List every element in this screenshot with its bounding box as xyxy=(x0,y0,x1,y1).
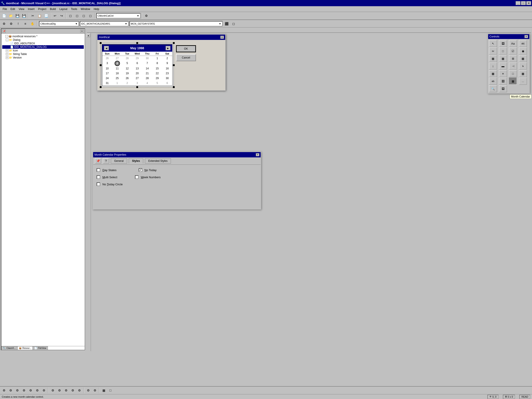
undo-button[interactable]: ↩ xyxy=(52,13,58,19)
tool-richtext[interactable]: ▦ xyxy=(519,70,527,77)
tool-combo[interactable]: xv xyxy=(489,47,497,55)
paste-button[interactable]: 📃 xyxy=(43,13,49,19)
tree-dialog-folder[interactable]: - 📁 Dialog xyxy=(2,38,84,42)
status-tb-5[interactable]: ⚙ xyxy=(27,387,34,393)
status-tb-10[interactable]: ⚙ xyxy=(63,387,69,393)
redo-button[interactable]: ↪ xyxy=(58,13,65,19)
cal-cell[interactable]: 24 xyxy=(102,76,112,81)
properties-pin-button[interactable]: 📌 xyxy=(95,158,101,164)
cal-cell[interactable]: 18 xyxy=(112,71,122,76)
tool-more[interactable]: … xyxy=(519,78,527,85)
icon-toggle[interactable]: + xyxy=(6,49,8,52)
ok-button[interactable]: OK xyxy=(176,45,196,52)
id-dropdown[interactable]: IDC_MONTHCALENDAR1 ▼ xyxy=(80,21,129,26)
cal-cell[interactable]: 11 xyxy=(112,66,122,71)
status-tb-15[interactable]: ▦ xyxy=(101,387,107,393)
cal-cell[interactable]: 28 xyxy=(142,76,152,81)
cal-cell[interactable]: 25 xyxy=(112,76,122,81)
event-dropdown-arrow[interactable]: ▼ xyxy=(219,22,221,25)
cal-cell[interactable]: 27 xyxy=(112,56,122,61)
class-dropdown-2[interactable]: CMonthcalDlg ▼ xyxy=(39,21,79,26)
title-bar-buttons[interactable]: _ □ ✕ xyxy=(516,1,531,5)
id-dropdown-arrow[interactable]: ▼ xyxy=(125,22,127,25)
tab-extended-styles[interactable]: Extended Styles xyxy=(145,158,171,164)
status-tb-12[interactable]: ⚙ xyxy=(76,387,82,393)
panel-close-button[interactable]: ✕ xyxy=(80,30,84,33)
tree-idd-aboutbox[interactable]: 📄 IDD_ABOUTBOX xyxy=(2,42,84,45)
save-button[interactable]: 💾 xyxy=(14,13,20,19)
maximize-button[interactable]: □ xyxy=(521,1,526,5)
tool-spin[interactable]: ⊞ xyxy=(509,55,517,62)
status-tb-9[interactable]: ⚙ xyxy=(56,387,63,393)
tb-btn-7[interactable]: ◻ xyxy=(81,13,87,19)
tab-resourceview[interactable]: 📦 Resour... xyxy=(17,346,33,350)
cal-cell[interactable]: 14 xyxy=(142,66,152,71)
tool-group[interactable]: ▦ xyxy=(489,55,497,62)
status-tb-11[interactable]: ⚙ xyxy=(70,387,76,393)
menu-build[interactable]: Build xyxy=(48,7,58,11)
status-tb-8[interactable]: ⚙ xyxy=(50,387,56,393)
tool-edit[interactable]: ab| xyxy=(519,40,527,47)
tool-datetimepicker[interactable]: ab xyxy=(489,78,497,85)
tb-btn-8[interactable]: ◻ xyxy=(87,13,94,19)
cal-cell[interactable]: 2 xyxy=(122,81,132,86)
tb2-btn-7[interactable]: ◻ xyxy=(231,21,237,27)
cal-cell[interactable]: 26 xyxy=(102,56,112,61)
tb-btn-5[interactable]: ◻ xyxy=(67,13,74,19)
tool-radio[interactable]: ◉ xyxy=(519,47,527,55)
tb2-btn-4[interactable]: ≡ xyxy=(22,21,28,27)
tool-button[interactable]: ▦ xyxy=(499,55,507,62)
resize-handle-tm[interactable] xyxy=(136,42,138,44)
cal-cell[interactable]: 6 xyxy=(132,61,142,66)
prev-month-button[interactable]: ◀ xyxy=(104,46,109,50)
dialog-close-button[interactable]: ✕ xyxy=(220,36,224,39)
class-dropdown-2-arrow[interactable]: ▼ xyxy=(75,22,78,25)
status-tb-3[interactable]: ⚙ xyxy=(14,387,20,393)
class-dropdown[interactable]: CMonthCalCtrl ▼ xyxy=(96,13,140,18)
tb2-btn-2[interactable]: ⚙ xyxy=(8,21,14,27)
tb-btn-6[interactable]: ◻ xyxy=(74,13,80,19)
cal-cell[interactable]: 10 xyxy=(102,66,112,71)
tool-tabctrl[interactable]: ≡ xyxy=(499,70,507,77)
resize-handle-bm[interactable] xyxy=(136,86,138,88)
version-toggle[interactable]: + xyxy=(6,56,8,59)
cal-cell[interactable]: 15 xyxy=(152,66,162,71)
dialog-toggle[interactable]: - xyxy=(6,38,8,41)
cal-cell[interactable]: 5 xyxy=(122,61,132,66)
new-button[interactable]: 📄 xyxy=(1,13,7,19)
tool-listbox[interactable]: □ xyxy=(499,47,507,55)
event-dropdown[interactable]: MCN_GETDAYSTATE ▼ xyxy=(129,21,222,26)
tree-idd-monthcal[interactable]: 📄 IDD_MONTHCAL_DIALOG xyxy=(2,45,84,49)
tool-custom2[interactable]: 🖼 xyxy=(499,85,507,92)
status-tb-16[interactable]: □ xyxy=(107,387,114,393)
resize-handle-bl[interactable] xyxy=(100,86,101,88)
save-all-button[interactable]: 💾 xyxy=(21,13,27,19)
tool-listctrl[interactable]: ▦ xyxy=(519,55,527,62)
cal-cell[interactable]: 29 xyxy=(132,56,142,61)
checkbox-no-today-circle[interactable] xyxy=(97,183,100,186)
properties-close-button[interactable]: ✕ xyxy=(256,153,259,156)
status-tb-6[interactable]: ⚙ xyxy=(34,387,40,393)
menu-view[interactable]: View xyxy=(17,7,26,11)
resize-handle-tl[interactable] xyxy=(100,42,101,44)
tab-fileview[interactable]: 📄 FileView xyxy=(33,346,48,350)
minimize-button[interactable]: _ xyxy=(516,1,520,5)
cal-cell[interactable]: 28 xyxy=(122,56,132,61)
class-dropdown-arrow[interactable]: ▼ xyxy=(137,14,139,17)
next-month-button[interactable]: ▶ xyxy=(165,46,171,50)
cal-cell[interactable]: 12 xyxy=(122,66,132,71)
status-tb-13[interactable]: ⚙ xyxy=(85,387,91,393)
cal-cell[interactable]: 13 xyxy=(132,66,142,71)
tb2-btn-6[interactable]: ⬛ xyxy=(223,21,230,27)
tool-updown[interactable]: ↕ xyxy=(489,63,497,70)
tool-picture[interactable]: 🖼 xyxy=(499,40,507,47)
root-toggle[interactable]: - xyxy=(5,35,8,38)
resize-handle-mr[interactable] xyxy=(173,64,175,66)
tool-selector[interactable]: ↖ xyxy=(489,40,497,47)
tree-stringtable-folder[interactable]: + 📁 String Table xyxy=(2,52,84,56)
properties-help-button[interactable]: ? xyxy=(103,158,109,164)
cal-cell[interactable]: 2 xyxy=(162,56,172,61)
cal-cell[interactable]: 30 xyxy=(142,56,152,61)
tool-treectrl[interactable]: ▦ xyxy=(489,70,497,77)
cal-cell[interactable]: 31 xyxy=(102,81,112,86)
